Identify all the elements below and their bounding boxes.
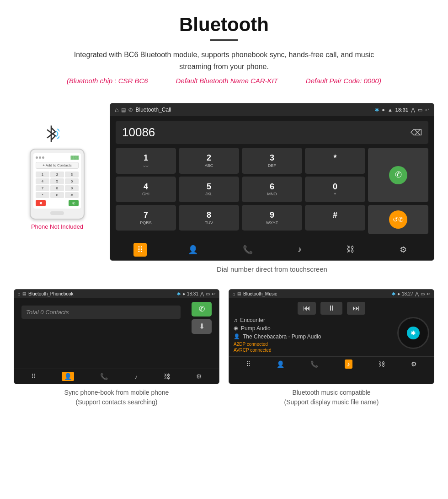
calllog-icon-pb[interactable]: 📞 bbox=[100, 373, 108, 380]
page-description: Integrated with BC6 Bluetooth module, su… bbox=[64, 49, 384, 72]
phone-key[interactable]: 3 bbox=[65, 172, 79, 177]
redial-button[interactable]: ↺✆ bbox=[368, 205, 428, 234]
phone-end-btn[interactable]: ✖ bbox=[36, 200, 46, 206]
phonebook-status-right: ✱ ● 18:31 ⋀ ▭ ↩ bbox=[177, 291, 215, 296]
music-icon-pb[interactable]: ♪ bbox=[134, 373, 138, 380]
download-contacts-button[interactable]: ⬇ bbox=[192, 319, 212, 334]
phone-dot bbox=[42, 156, 44, 159]
settings-icon-mu[interactable]: ⚙ bbox=[411, 360, 417, 368]
phone-call-row: ✖ ✆ bbox=[36, 200, 79, 206]
key-9[interactable]: 9WXYZ bbox=[242, 205, 302, 231]
bluetooth-specs: (Bluetooth chip : CSR BC6 Default Blueto… bbox=[9, 77, 439, 85]
contacts-placeholder: Total 0 Contacts bbox=[26, 309, 69, 316]
play-pause-button[interactable]: ⏸ bbox=[320, 302, 342, 315]
next-button[interactable]: ⏭ bbox=[347, 302, 365, 315]
music-nav-icon[interactable]: ♪ bbox=[294, 243, 305, 256]
home-icon-pb[interactable]: ⌂ bbox=[18, 291, 21, 296]
prev-button[interactable]: ⏮ bbox=[298, 302, 316, 315]
phone-key[interactable]: 2 bbox=[50, 172, 64, 177]
bt-code-spec: Default Pair Code: 0000) bbox=[306, 77, 381, 85]
calllog-icon-mu[interactable]: 📞 bbox=[310, 360, 318, 368]
phone-screen: ▓▓▓ + Add to Contacts 1 2 3 4 5 6 7 8 9 … bbox=[33, 153, 81, 209]
back-mu[interactable]: ↩ bbox=[427, 291, 430, 296]
contacts-icon-pb[interactable]: 👤 bbox=[62, 372, 74, 381]
music-controls: ⏮ ⏸ ⏭ bbox=[229, 298, 434, 317]
phonebook-screen: ⌂ ▤ Bluetooth_Phonebook ✱ ● 18:31 ⋀ ▭ ↩ … bbox=[14, 289, 219, 384]
audio-row: ◉ Pump Audio bbox=[234, 325, 393, 332]
phone-key[interactable]: 7 bbox=[36, 185, 49, 191]
phone-key[interactable]: 4 bbox=[36, 178, 49, 184]
link-icon-mu[interactable]: ⛓ bbox=[379, 360, 385, 368]
phone-key[interactable]: 0 bbox=[50, 192, 64, 198]
phone-key[interactable]: 1 bbox=[36, 172, 49, 177]
phone-call-btn[interactable]: ✆ bbox=[69, 200, 79, 206]
main-content: ▓▓▓ + Add to Contacts 1 2 3 4 5 6 7 8 9 … bbox=[0, 98, 448, 280]
key-1[interactable]: 1⌣⌣ bbox=[116, 148, 176, 173]
phone-key[interactable]: 9 bbox=[65, 185, 79, 191]
call-log-nav-icon[interactable]: 📞 bbox=[239, 243, 256, 257]
music-app-name: Bluetooth_Music bbox=[243, 291, 277, 296]
key-0[interactable]: 0+ bbox=[305, 177, 365, 202]
title-divider bbox=[210, 39, 238, 41]
menu-icon[interactable]: ▤ bbox=[121, 107, 126, 113]
key-7[interactable]: 7PQRS bbox=[116, 205, 176, 231]
screen-status-bar: ⌂ ▤ ✆ Bluetooth_Call ✱ ● ▲ 18:31 ⋀ ▭ ↩ bbox=[110, 103, 434, 116]
window-mu[interactable]: ▭ bbox=[421, 291, 425, 296]
key-3[interactable]: 3DEF bbox=[242, 148, 302, 173]
menu-icon-pb[interactable]: ▤ bbox=[22, 291, 27, 296]
music-item: ⌂ ▤ Bluetooth_Music ✱ ● 18:27 ⋀ ▭ ↩ ⏮ ⏸ … bbox=[229, 289, 434, 407]
link-icon-pb[interactable]: ⛓ bbox=[164, 373, 170, 380]
window-icon[interactable]: ▭ bbox=[418, 107, 422, 113]
expand-mu[interactable]: ⋀ bbox=[415, 291, 419, 296]
dialpad-icon-mu[interactable]: ⠿ bbox=[246, 360, 251, 368]
phone-key[interactable]: # bbox=[65, 192, 79, 198]
phonebook-status-bar: ⌂ ▤ Bluetooth_Phonebook ✱ ● 18:31 ⋀ ▭ ↩ bbox=[14, 290, 219, 298]
dialed-number: 10086 bbox=[122, 125, 155, 140]
key-8[interactable]: 8TUV bbox=[179, 205, 239, 231]
home-icon[interactable]: ⌂ bbox=[115, 106, 118, 113]
key-star[interactable]: * bbox=[305, 148, 365, 173]
expand-pb[interactable]: ⋀ bbox=[200, 291, 204, 296]
home-icon-mu[interactable]: ⌂ bbox=[233, 291, 235, 296]
track-name: Encounter bbox=[240, 317, 265, 323]
back-icon[interactable]: ↩ bbox=[425, 107, 429, 113]
add-contacts-btn[interactable]: + Add to Contacts bbox=[36, 162, 79, 169]
window-pb[interactable]: ▭ bbox=[206, 291, 210, 296]
settings-nav-icon[interactable]: ⚙ bbox=[396, 243, 411, 257]
key-4[interactable]: 4GHI bbox=[116, 177, 176, 202]
music-icon-mu[interactable]: ♪ bbox=[345, 359, 352, 369]
signal-icon: ▲ bbox=[388, 107, 393, 113]
music-status-bar: ⌂ ▤ Bluetooth_Music ✱ ● 18:27 ⋀ ▭ ↩ bbox=[229, 290, 434, 298]
time-display: 18:31 bbox=[395, 107, 408, 113]
contacts-icon-mu[interactable]: 👤 bbox=[277, 360, 284, 368]
dialpad-icon-pb[interactable]: ⠿ bbox=[31, 373, 36, 380]
backspace-button[interactable]: ⌫ bbox=[411, 128, 422, 138]
bt-status-icon: ✱ bbox=[375, 107, 379, 113]
key-6[interactable]: 6MNO bbox=[242, 177, 302, 202]
key-5[interactable]: 5JKL bbox=[179, 177, 239, 202]
contacts-search-bar[interactable]: Total 0 Contacts bbox=[21, 306, 181, 319]
expand-icon[interactable]: ⋀ bbox=[411, 107, 415, 113]
dial-screen: ⌂ ▤ ✆ Bluetooth_Call ✱ ● ▲ 18:31 ⋀ ▭ ↩ 1… bbox=[110, 103, 434, 261]
page-header: Bluetooth Integrated with BC6 Bluetooth … bbox=[0, 0, 448, 98]
phone-key[interactable]: 6 bbox=[65, 178, 79, 184]
phone-key[interactable]: 8 bbox=[50, 185, 64, 191]
settings-icon-pb[interactable]: ⚙ bbox=[196, 373, 202, 380]
phone-top-bar: ▓▓▓ bbox=[36, 156, 79, 160]
menu-icon-mu[interactable]: ▤ bbox=[237, 291, 241, 296]
contacts-nav-icon[interactable]: 👤 bbox=[184, 243, 202, 257]
call-contact-button[interactable]: ✆ bbox=[192, 302, 212, 317]
phonebook-action-buttons: ✆ ⬇ bbox=[188, 302, 215, 338]
dialpad-nav-icon[interactable]: ⠿ bbox=[133, 243, 147, 257]
phone-home-btn[interactable] bbox=[50, 211, 64, 215]
bt-icon-pb: ✱ bbox=[177, 291, 181, 296]
music-text: ♫ Encounter ◉ Pump Audio 👤 The Cheebacab… bbox=[234, 317, 393, 353]
back-pb[interactable]: ↩ bbox=[212, 291, 215, 296]
music-status-right: ✱ ● 18:27 ⋀ ▭ ↩ bbox=[392, 291, 430, 296]
phone-key[interactable]: 5 bbox=[50, 178, 64, 184]
link-nav-icon[interactable]: ⛓ bbox=[343, 243, 358, 256]
phone-key[interactable]: * bbox=[36, 192, 49, 198]
call-button[interactable]: ✆ bbox=[368, 148, 428, 202]
key-hash[interactable]: # bbox=[305, 205, 365, 231]
key-2[interactable]: 2ABC bbox=[179, 148, 239, 173]
